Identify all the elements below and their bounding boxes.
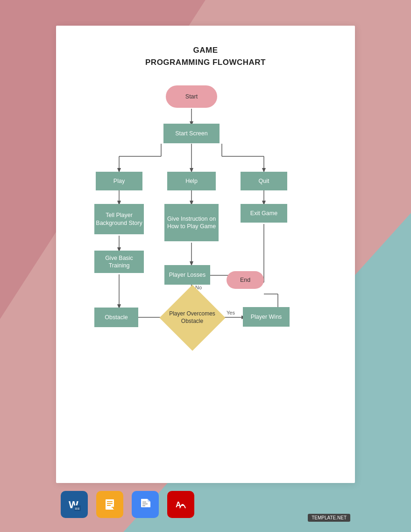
diamond-shape xyxy=(159,285,225,350)
svg-rect-51 xyxy=(148,502,150,507)
pages-icon[interactable] xyxy=(96,491,123,518)
give-basic-training-node: Give Basic Training xyxy=(94,251,144,273)
exit-game-node: Exit Game xyxy=(241,204,287,223)
title-line1: GAME xyxy=(193,46,218,55)
document-title: GAME PROGRAMMING FLOWCHART xyxy=(56,26,355,68)
give-instruction-node: Give Instruction on How to Play Game xyxy=(164,204,219,241)
svg-rect-45 xyxy=(107,501,113,502)
svg-rect-54 xyxy=(142,505,145,506)
help-node: Help xyxy=(167,172,216,190)
title-line2: PROGRAMMING FLOWCHART xyxy=(145,58,266,67)
play-node: Play xyxy=(96,172,142,190)
player-wins-node: Player Wins xyxy=(243,307,290,327)
flowchart-container: No Yes Start Start Screen Play Help Quit… xyxy=(84,82,327,469)
svg-rect-47 xyxy=(107,505,111,506)
svg-rect-46 xyxy=(107,503,113,504)
svg-rect-44 xyxy=(106,499,114,510)
template-badge: TEMPLATE.NET xyxy=(308,514,350,522)
start-node: Start xyxy=(166,85,217,108)
word-icon[interactable]: W ≡≡ xyxy=(61,491,88,518)
svg-text:≡≡: ≡≡ xyxy=(75,506,80,511)
player-losses-node: Player Losses xyxy=(164,265,210,285)
document-card: GAME PROGRAMMING FLOWCHART xyxy=(56,26,355,483)
tell-player-node: Tell Player Background Story xyxy=(94,204,144,234)
svg-rect-52 xyxy=(142,502,146,503)
player-overcomes-node: Player Overcomes Obstacle xyxy=(168,297,216,338)
obstacle-node: Obstacle xyxy=(94,308,138,327)
docs-icon[interactable] xyxy=(132,491,159,518)
start-screen-node: Start Screen xyxy=(163,124,220,143)
pdf-icon[interactable]: A xyxy=(167,491,194,518)
svg-text:Yes: Yes xyxy=(227,310,235,315)
svg-rect-53 xyxy=(142,504,148,504)
quit-node: Quit xyxy=(241,172,287,190)
end-node: End xyxy=(227,271,264,289)
